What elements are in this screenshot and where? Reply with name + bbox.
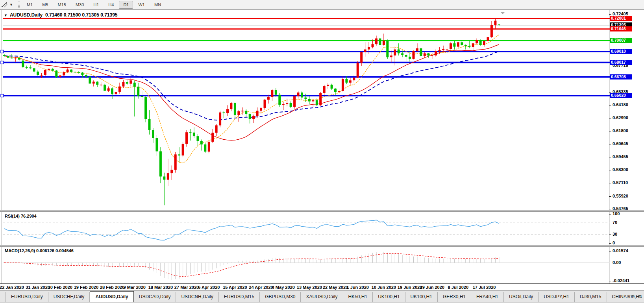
axis-tick-label: 0.64180 xyxy=(613,102,628,107)
axis-tick-label: 0.61800 xyxy=(613,128,628,133)
axis-tick-label: 30 xyxy=(613,232,617,236)
chart-tab-hk50-h1[interactable]: HK50,H1 xyxy=(343,292,373,302)
axis-tick-mark xyxy=(609,92,611,92)
toolbar-grip-handle[interactable] xyxy=(18,2,20,8)
tab-scroll-left-icon[interactable]: ◄ xyxy=(631,294,634,297)
timeframe-button-mn[interactable]: MN xyxy=(150,1,165,9)
trendline-draw-tool-icon xyxy=(1,2,8,8)
axis-tick-label: 100 xyxy=(613,211,620,216)
timeframe-toolbar: ▼ M1M5M15M30H1H4D1W1MN xyxy=(0,0,644,10)
chart-tab-usdjpy-h1[interactable]: USDJPY,H1 xyxy=(539,292,574,302)
axis-tick-mark xyxy=(609,157,611,157)
price-chart-canvas[interactable] xyxy=(0,10,644,210)
axis-tick-mark xyxy=(609,263,611,263)
timeframe-button-d1[interactable]: D1 xyxy=(119,1,133,9)
pane-splitter[interactable] xyxy=(0,245,644,247)
tab-scroll-right-icon[interactable]: ► xyxy=(638,294,642,297)
timeframe-button-m1[interactable]: M1 xyxy=(22,1,37,9)
axis-tick-mark xyxy=(609,223,611,223)
chart-tab-fra40-h1[interactable]: FRA40,H1 xyxy=(471,292,504,302)
axis-tick-label: 0.54765 xyxy=(613,206,628,211)
axis-tick-mark xyxy=(609,144,611,144)
chart-tab-audusd-daily[interactable]: AUDUSD,Daily xyxy=(90,291,133,302)
timeframe-button-w1[interactable]: W1 xyxy=(134,1,149,9)
axis-tick-label: 0.01574 xyxy=(613,248,628,253)
axis-tick-mark xyxy=(609,196,611,197)
timeframe-buttons: M1M5M15M30H1H4D1W1MN xyxy=(22,1,166,9)
price-axis[interactable]: 0.724050.677150.653350.641800.629900.618… xyxy=(609,10,644,210)
axis-tick-label: -0.02441 xyxy=(613,278,629,283)
axis-tick-mark xyxy=(609,14,611,15)
trading-platform-window: ▼ M1M5M15M30H1H4D1W1MN ▼AUDUSD,Daily 0.7… xyxy=(0,0,644,303)
chart-title-caret-icon[interactable]: ▼ xyxy=(4,13,7,17)
axis-tick-mark xyxy=(609,209,611,209)
ohlc-low: 0.71305 xyxy=(82,12,99,18)
timeframe-button-m5[interactable]: M5 xyxy=(38,1,52,9)
pane-splitter[interactable] xyxy=(0,210,644,212)
ohlc-open: 0.71460 xyxy=(45,12,62,18)
axis-tick-label: 0.60645 xyxy=(613,141,628,146)
axis-tick-mark xyxy=(609,170,611,170)
axis-tick-mark xyxy=(609,251,611,251)
price-badge: 0.72001 xyxy=(610,16,632,21)
price-badge: 0.68017 xyxy=(610,60,632,65)
chart-tab-usdcnh-daily[interactable]: USDCNH,Daily xyxy=(176,292,218,302)
timeframe-button-m15[interactable]: M15 xyxy=(53,1,70,9)
date-axis[interactable]: 22 Jan 202031 Jan 202010 Feb 202019 Feb … xyxy=(0,284,644,290)
axis-tick-label: 0.57110 xyxy=(613,180,628,185)
chart-ohlc-readout: ▼AUDUSD,Daily 0.71460 0.71500 0.71305 0.… xyxy=(4,12,118,18)
chart-tab-ger30-h1[interactable]: GER30,H1 xyxy=(438,292,471,302)
date-axis-label: 17 Jul 2020 xyxy=(466,285,502,290)
axis-tick-label: 0.58300 xyxy=(613,167,628,172)
timeframe-button-m30[interactable]: M30 xyxy=(71,1,88,9)
axis-tick-label: 0.00 xyxy=(613,260,621,265)
axis-tick-mark xyxy=(609,66,611,66)
axis-tick-mark xyxy=(609,118,611,118)
draw-tool-button[interactable]: ▼ xyxy=(0,2,15,8)
ohlc-high: 0.71500 xyxy=(64,12,81,18)
axis-tick-mark xyxy=(609,214,611,214)
chart-tab-uk100-h1[interactable]: UK100,H1 xyxy=(373,292,405,302)
macd-axis[interactable]: 0.015740.00-0.02441 xyxy=(609,247,644,284)
axis-tick-label: 0.72405 xyxy=(613,11,628,16)
chart-symbol-period: AUDUSD,Daily xyxy=(10,12,43,18)
price-badge: 0.69010 xyxy=(610,49,632,54)
macd-indicator-canvas[interactable] xyxy=(0,247,644,284)
rsi-indicator-canvas[interactable] xyxy=(0,212,644,245)
axis-tick-mark xyxy=(609,183,611,183)
rsi-pane-label: RSI(14) 76.2904 xyxy=(5,214,37,218)
chart-tab-usoil-daily[interactable]: USOil,Daily xyxy=(504,292,539,302)
chart-tab-eurusd-m15[interactable]: EURUSD,M15 xyxy=(219,292,260,302)
chart-tab-bar: EURUSD,DailyUSDCHF,DailyAUDUSD,DailyUSDC… xyxy=(0,290,644,302)
axis-tick-label: 0.59455 xyxy=(613,154,628,159)
axis-tick-mark xyxy=(609,281,611,281)
axis-tick-mark xyxy=(609,105,611,105)
axis-tick-label: 0 xyxy=(613,240,615,245)
axis-tick-mark xyxy=(609,243,611,244)
chart-tab-eurusd-daily[interactable]: EURUSD,Daily xyxy=(6,292,48,302)
axis-tick-mark xyxy=(609,131,611,131)
chart-tab-gbpusd-m30[interactable]: GBPUSD,M30 xyxy=(260,292,301,302)
chart-tab-uk100-h1[interactable]: UK100,H1 xyxy=(405,292,438,302)
chart-tab-xauusd-daily[interactable]: XAUUSD,Daily xyxy=(301,292,343,302)
chart-tabs: EURUSD,DailyUSDCHF,DailyAUDUSD,DailyUSDC… xyxy=(6,291,644,302)
price-badge: 0.70007 xyxy=(610,38,632,43)
dropdown-caret-icon[interactable]: ▼ xyxy=(9,3,13,7)
rsi-axis[interactable]: 10070300 xyxy=(609,212,644,245)
axis-tick-label: 0.55920 xyxy=(613,194,628,198)
timeframe-button-h4[interactable]: H4 xyxy=(104,1,118,9)
macd-pane-label: MACD(12,26,9) 0.006126 0.004546 xyxy=(5,248,74,253)
price-badge: 0.66708 xyxy=(610,74,632,79)
chart-tab-dj30-m15[interactable]: DJ30,M15 xyxy=(575,292,607,302)
chart-tab-usdchf-daily[interactable]: USDCHF,Daily xyxy=(48,292,90,302)
axis-tick-label: 70 xyxy=(613,220,617,225)
chart-tab-usdcad-daily[interactable]: USDCAD,Daily xyxy=(134,292,176,302)
price-badge: 0.71046 xyxy=(610,26,632,31)
price-badge: 0.65020 xyxy=(610,93,632,98)
axis-tick-mark xyxy=(609,235,611,235)
ohlc-close: 0.71395 xyxy=(100,12,117,18)
timeframe-button-h1[interactable]: H1 xyxy=(89,1,103,9)
axis-tick-label: 0.62990 xyxy=(613,115,628,120)
tab-scroll-controls: ◄ ► xyxy=(631,294,642,297)
